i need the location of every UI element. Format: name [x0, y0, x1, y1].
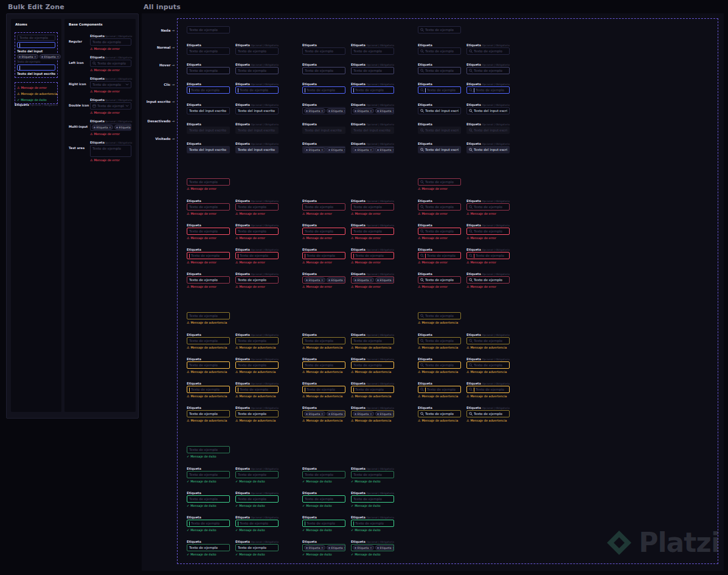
- chip-remove-icon[interactable]: ×: [392, 546, 394, 549]
- regular-input-focused[interactable]: [17, 42, 55, 48]
- chips-input[interactable]: Texto de ejemplo: [302, 361, 345, 369]
- chip-remove-icon[interactable]: ×: [321, 546, 324, 549]
- search-input[interactable]: Texto de ejemplo: [418, 386, 461, 393]
- search-input[interactable]: Texto de ejemplo: [466, 228, 510, 235]
- search-input[interactable]: Texto de ejemplo: [418, 47, 461, 55]
- regular-input[interactable]: Texto de ejemplo: [235, 386, 279, 393]
- regular-input[interactable]: Texto de ejemplo: [187, 361, 230, 369]
- chip-remove-icon[interactable]: ×: [370, 546, 372, 549]
- chips-input[interactable]: Etiqueta×Etiqueta×: [302, 107, 345, 114]
- search-input[interactable]: Texto del input escrito: [418, 107, 461, 114]
- chips-input[interactable]: Etiqueta×Etiqueta×: [351, 107, 394, 114]
- chips-input[interactable]: Texto de ejemplo: [351, 520, 394, 527]
- search-input[interactable]: Texto de ejemplo: [466, 410, 510, 417]
- search-input[interactable]: Texto de ejemplo: [418, 67, 461, 74]
- search-input[interactable]: Texto de ejemplo: [466, 386, 510, 393]
- regular-input[interactable]: Texto de ejemplo: [187, 67, 230, 74]
- chips-input[interactable]: Texto de ejemplo: [351, 86, 394, 94]
- tag-chip[interactable]: Etiqueta×: [353, 545, 374, 550]
- regular-input[interactable]: Texto de ejemplo: [187, 26, 230, 33]
- regular-input[interactable]: Texto de ejemplo: [187, 86, 230, 94]
- search-input[interactable]: Texto del input escrito: [466, 107, 510, 114]
- tag-chip[interactable]: Etiqueta×: [375, 277, 394, 282]
- search-input[interactable]: Texto de ejemplo: [418, 276, 461, 284]
- chip-remove-icon[interactable]: ×: [392, 279, 394, 282]
- tag-chip[interactable]: Etiqueta×: [327, 147, 345, 152]
- chip-remove-icon[interactable]: ×: [370, 413, 372, 416]
- chip-remove-icon[interactable]: ×: [392, 110, 394, 113]
- chips-input[interactable]: Texto de ejemplo: [302, 86, 345, 94]
- chip-remove-icon[interactable]: ×: [344, 279, 345, 282]
- chips-input[interactable]: Texto de ejemplo: [351, 495, 394, 503]
- search-input[interactable]: Texto de ejemplo: [466, 203, 510, 211]
- tag-chip[interactable]: Etiqueta×: [353, 108, 374, 113]
- regular-input[interactable]: Texto de ejemplo: [187, 495, 230, 503]
- chips-input[interactable]: Texto de ejemplo: [302, 337, 345, 344]
- chip-remove-icon[interactable]: ×: [370, 148, 372, 152]
- regular-input[interactable]: Texto de ejemplo: [235, 495, 279, 503]
- chips-input[interactable]: Texto de ejemplo: [351, 337, 394, 344]
- chips-input[interactable]: Texto del input escrito: [351, 127, 394, 134]
- regular-input[interactable]: Texto de ejemplo: [235, 228, 279, 235]
- search-input[interactable]: Texto de ejemplo: [466, 86, 510, 94]
- regular-input[interactable]: Texto de ejemplo: [235, 47, 279, 55]
- chip-remove-icon[interactable]: ×: [392, 413, 394, 416]
- tag-chip[interactable]: Etiqueta×: [304, 277, 325, 282]
- chips-input[interactable]: Texto de ejemplo: [302, 47, 345, 55]
- tag-chip[interactable]: Etiqueta×: [304, 147, 325, 152]
- regular-input[interactable]: Texto de ejemplo: [235, 544, 279, 551]
- tag-chip[interactable]: Etiqueta×: [304, 411, 325, 416]
- regular-input[interactable]: Texto del input escrito: [235, 107, 279, 114]
- chips-input[interactable]: Texto de ejemplo: [302, 520, 345, 527]
- chips-input[interactable]: Etiqueta×Etiqueta×: [351, 146, 394, 153]
- search-input[interactable]: Texto de ejemplo: [418, 410, 461, 417]
- regular-input[interactable]: Texto de ejemplo: [187, 471, 230, 478]
- chip-remove-icon[interactable]: ×: [34, 55, 36, 58]
- tag-chip[interactable]: Etiqueta×: [375, 108, 394, 113]
- search-input[interactable]: Texto del input escrito: [418, 146, 461, 153]
- chip-remove-icon[interactable]: ×: [370, 279, 372, 282]
- regular-input[interactable]: Texto de ejemplo: [235, 471, 279, 478]
- search-input[interactable]: Texto de ejemplo: [418, 228, 461, 235]
- chips-input[interactable]: Etiqueta×Etiqueta×: [351, 276, 394, 284]
- regular-input[interactable]: Texto de ejemplo: [90, 145, 131, 157]
- search-input[interactable]: Texto de ejemplo: [418, 337, 461, 344]
- tag-chip[interactable]: Etiqueta×: [375, 411, 394, 416]
- search-input[interactable]: Texto de ejemplo: [466, 67, 510, 74]
- chips-input[interactable]: Texto de ejemplo: [302, 495, 345, 503]
- regular-input[interactable]: Texto de ejemplo: [235, 276, 279, 284]
- chip-remove-icon[interactable]: ×: [344, 546, 345, 549]
- chip-remove-icon[interactable]: ×: [392, 148, 394, 152]
- search-input[interactable]: Texto de ejemplo: [418, 252, 461, 259]
- chips-input[interactable]: Texto de ejemplo: [351, 471, 394, 478]
- regular-input[interactable]: Texto de ejemplo: [90, 81, 131, 88]
- regular-input[interactable]: Texto de ejemplo: [235, 520, 279, 527]
- tag-chip[interactable]: Etiqueta×: [353, 147, 374, 152]
- chips-input[interactable]: Texto del input escrito: [302, 127, 345, 134]
- search-input[interactable]: Texto de ejemplo: [466, 276, 510, 284]
- search-input[interactable]: Texto de ejemplo: [466, 47, 510, 55]
- tag-chip[interactable]: Etiqueta×: [17, 54, 38, 59]
- regular-input-focused[interactable]: [17, 64, 55, 71]
- regular-input[interactable]: Texto de ejemplo: [235, 252, 279, 259]
- regular-input[interactable]: Texto de ejemplo: [187, 228, 230, 235]
- search-input[interactable]: Texto de ejemplo: [466, 252, 510, 259]
- search-input[interactable]: Texto de ejemplo: [418, 86, 461, 94]
- chips-input[interactable]: Etiqueta×Etiqueta×: [351, 544, 394, 551]
- chip-remove-icon[interactable]: ×: [321, 110, 324, 113]
- chips-input[interactable]: Texto de ejemplo: [302, 386, 345, 393]
- regular-input[interactable]: Texto de ejemplo: [187, 203, 230, 211]
- chips-input[interactable]: Texto de ejemplo: [302, 252, 345, 259]
- chip-remove-icon[interactable]: ×: [57, 55, 59, 58]
- regular-input[interactable]: Texto de ejemplo: [235, 410, 279, 417]
- tag-chip[interactable]: Etiqueta×: [327, 411, 345, 416]
- search-input[interactable]: Texto de ejemplo: [466, 337, 510, 344]
- chip-remove-icon[interactable]: ×: [321, 148, 324, 152]
- chips-input[interactable]: Texto de ejemplo: [351, 47, 394, 55]
- tag-chip[interactable]: Etiqueta×: [304, 545, 325, 550]
- search-input[interactable]: Texto de ejemplo: [418, 312, 461, 319]
- chip-remove-icon[interactable]: ×: [370, 110, 372, 113]
- chips-input[interactable]: Texto de ejemplo: [351, 252, 394, 259]
- regular-input[interactable]: Texto de ejemplo: [187, 520, 230, 527]
- search-input[interactable]: Texto de ejemplo: [466, 361, 510, 369]
